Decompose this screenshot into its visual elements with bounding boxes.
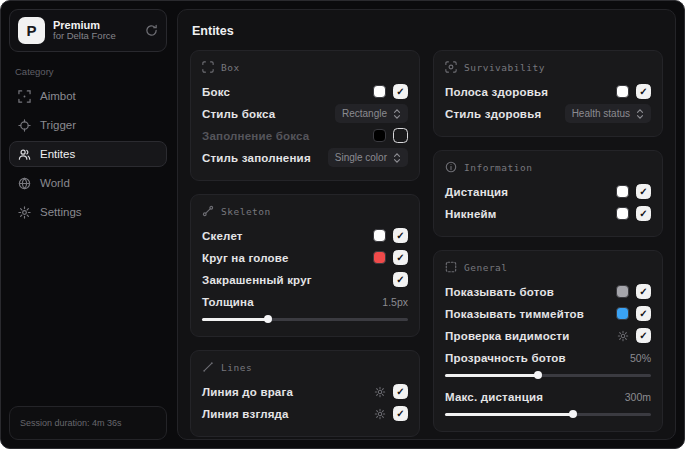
- general-card: General Показывать ботов Показывать тимм…: [433, 250, 663, 432]
- max-distance-slider[interactable]: [445, 409, 651, 419]
- line-icon: [202, 361, 214, 373]
- setting-row-health-bar: Полоса здоровья: [445, 82, 651, 101]
- scan-icon: [445, 61, 457, 73]
- card-title: Information: [464, 162, 532, 173]
- color-swatch[interactable]: [373, 129, 386, 142]
- setting-row-distance: Дистанция: [445, 182, 651, 201]
- slider-thumb[interactable]: [264, 315, 272, 323]
- sidebar-item-world[interactable]: World: [9, 170, 167, 196]
- setting-row-max-distance: Макс. дистанция 300m: [445, 387, 651, 406]
- gear-icon: [18, 206, 31, 219]
- checkbox[interactable]: [393, 384, 408, 399]
- left-column: Box Бокс Стиль бокса Rectangle: [190, 50, 420, 437]
- unfold-icon: [393, 109, 401, 119]
- checkbox[interactable]: [636, 206, 651, 221]
- globe-icon: [18, 177, 31, 190]
- color-swatch[interactable]: [616, 207, 629, 220]
- box-icon: [202, 61, 214, 73]
- gear-icon[interactable]: [617, 330, 629, 342]
- setting-row-fill-style: Стиль заполнения Single color: [202, 148, 408, 167]
- card-title: General: [464, 262, 508, 273]
- color-swatch[interactable]: [616, 85, 629, 98]
- setting-row-box-style: Стиль бокса Rectangle: [202, 104, 408, 123]
- sync-icon[interactable]: [145, 24, 158, 37]
- page-title: Entites: [192, 24, 663, 38]
- product-subtitle: for Delta Force: [53, 31, 137, 42]
- checkbox[interactable]: [393, 406, 408, 421]
- checkbox[interactable]: [636, 306, 651, 321]
- sidebar: P Premium for Delta Force Category Aimbo…: [1, 1, 175, 448]
- color-swatch[interactable]: [373, 229, 386, 242]
- card-title: Skeleton: [221, 206, 271, 217]
- information-card: Information Дистанция Никнейм: [433, 150, 663, 237]
- thickness-slider[interactable]: [202, 314, 408, 324]
- app-window: P Premium for Delta Force Category Aimbo…: [0, 0, 685, 449]
- category-label: Category: [15, 66, 167, 77]
- fill-style-select[interactable]: Single color: [328, 148, 408, 167]
- checkbox[interactable]: [636, 284, 651, 299]
- setting-row-head-circle: Круг на голове: [202, 248, 408, 267]
- setting-row-thickness: Толщина 1.5px: [202, 292, 408, 311]
- right-column: Survivability Полоса здоровья Стиль здор…: [433, 50, 663, 432]
- lines-card: Lines Линия до врага Линия взгляда: [190, 350, 420, 437]
- bone-icon: [202, 205, 214, 217]
- setting-row-health-style: Стиль здоровья Health status: [445, 104, 651, 123]
- app-logo: P: [18, 17, 45, 44]
- checkbox[interactable]: [393, 250, 408, 265]
- checkbox[interactable]: [393, 84, 408, 99]
- main-panel: Entites Box Бокс: [177, 9, 676, 440]
- setting-row-skeleton: Скелет: [202, 226, 408, 245]
- setting-row-view-line: Линия взгляда: [202, 404, 408, 423]
- unfold-icon: [393, 153, 401, 163]
- survivability-card: Survivability Полоса здоровья Стиль здор…: [433, 50, 663, 137]
- crosshair-icon: [18, 90, 31, 103]
- setting-row-show-teammates: Показывать тиммейтов: [445, 304, 651, 323]
- setting-row-box-fill: Заполнение бокса: [202, 126, 408, 145]
- sidebar-item-entities[interactable]: Entites: [9, 141, 167, 167]
- setting-row-nickname: Никнейм: [445, 204, 651, 223]
- checkbox[interactable]: [636, 184, 651, 199]
- color-swatch[interactable]: [616, 285, 629, 298]
- box-card: Box Бокс Стиль бокса Rectangle: [190, 50, 420, 181]
- target-icon: [18, 119, 31, 132]
- sidebar-item-aimbot[interactable]: Aimbot: [9, 83, 167, 109]
- color-swatch[interactable]: [616, 185, 629, 198]
- sidebar-item-label: Settings: [40, 206, 82, 218]
- sidebar-item-settings[interactable]: Settings: [9, 199, 167, 225]
- sidebar-item-label: Trigger: [40, 119, 76, 131]
- premium-card: P Premium for Delta Force: [9, 9, 167, 52]
- checkbox[interactable]: [393, 128, 408, 143]
- checkbox[interactable]: [393, 272, 408, 287]
- card-title: Lines: [221, 362, 252, 373]
- slider-thumb[interactable]: [569, 410, 577, 418]
- grid-icon: [445, 261, 457, 273]
- color-swatch[interactable]: [373, 251, 386, 264]
- setting-row-show-bots: Показывать ботов: [445, 282, 651, 301]
- slider-thumb[interactable]: [534, 371, 542, 379]
- users-icon: [18, 148, 31, 161]
- sidebar-item-trigger[interactable]: Trigger: [9, 112, 167, 138]
- box-style-select[interactable]: Rectangle: [335, 104, 408, 123]
- checkbox[interactable]: [636, 84, 651, 99]
- bot-opacity-slider[interactable]: [445, 370, 651, 380]
- checkbox[interactable]: [636, 328, 651, 343]
- info-icon: [445, 161, 457, 173]
- gear-icon[interactable]: [374, 386, 386, 398]
- sidebar-item-label: Entites: [40, 148, 75, 160]
- checkbox[interactable]: [393, 228, 408, 243]
- card-title: Survivability: [464, 62, 545, 73]
- session-duration: Session duration: 4m 36s: [9, 406, 167, 440]
- setting-row-filled-circle: Закрашенный круг: [202, 270, 408, 289]
- sidebar-item-label: World: [40, 177, 70, 189]
- color-swatch[interactable]: [616, 307, 629, 320]
- gear-icon[interactable]: [374, 408, 386, 420]
- card-title: Box: [221, 62, 240, 73]
- slider-value: 300m: [625, 391, 651, 403]
- health-style-select[interactable]: Health status: [565, 104, 651, 123]
- setting-row-visibility-check: Проверка видимости: [445, 326, 651, 345]
- color-swatch[interactable]: [373, 85, 386, 98]
- setting-row-enemy-line: Линия до врага: [202, 382, 408, 401]
- slider-value: 50%: [630, 352, 651, 364]
- unfold-icon: [636, 109, 644, 119]
- setting-row-box: Бокс: [202, 82, 408, 101]
